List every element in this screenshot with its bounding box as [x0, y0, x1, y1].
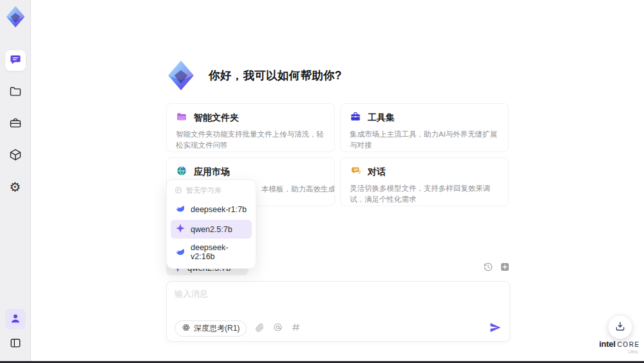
intel-sub-text: Ultra — [598, 349, 641, 354]
mention-button[interactable] — [273, 322, 283, 334]
model-option-label: deepseek-r1:7b — [191, 205, 247, 214]
assistant-logo-icon — [165, 59, 197, 92]
input-toolbar: 深度思考(R1) — [175, 320, 502, 336]
library-icon — [175, 186, 182, 195]
at-circle-icon — [273, 322, 283, 334]
card-title: 工具集 — [368, 112, 395, 124]
send-button[interactable] — [489, 321, 502, 336]
download-fab[interactable] — [608, 315, 632, 339]
download-icon — [614, 320, 626, 334]
model-dropdown: 暂无学习库 deepseek-r1:7b qwen2.5:7b deepseek… — [166, 179, 256, 269]
deep-think-label: 深度思考(R1) — [194, 323, 240, 334]
deep-think-toggle[interactable]: 深度思考(R1) — [175, 320, 247, 337]
deepseek-whale-icon — [175, 203, 185, 215]
card-toolset[interactable]: 工具集 集成市场上主流工具，助力AI与外界无缝扩展与对接 — [340, 103, 509, 152]
model-dropdown-header: 暂无学习库 — [171, 184, 252, 199]
sidebar-item-toolbox[interactable] — [5, 113, 26, 134]
model-option-label: deepseek-v2:16b — [191, 243, 247, 261]
card-smart-folder[interactable]: 智能文件夹 智能文件夹功能支持批量文件上传与清洗，轻松实现文件问答 — [166, 103, 335, 152]
history-icon — [483, 262, 493, 274]
cube-icon — [9, 148, 22, 163]
sidebar: ⚙ — [0, 0, 31, 363]
gear-icon: ⚙ — [10, 181, 21, 193]
history-button[interactable] — [483, 262, 493, 274]
sidebar-nav: ⚙ — [5, 50, 26, 197]
card-description: 灵活切换多模型文件，支持多样回复效果调试，满足个性化需求 — [350, 183, 499, 204]
model-dropdown-header-label: 暂无学习库 — [186, 186, 222, 195]
atom-icon — [182, 323, 191, 334]
deepseek-whale-icon — [175, 246, 185, 259]
globe-teal-icon — [176, 165, 187, 179]
sidebar-item-account[interactable] — [5, 309, 26, 329]
sidebar-item-chat[interactable] — [5, 50, 26, 71]
chat-actions — [483, 262, 510, 274]
folder-icon — [9, 85, 22, 100]
app-logo-icon[interactable] — [4, 5, 27, 28]
card-description: 智能文件夹功能支持批量文件上传与清洗，轻松实现文件问答 — [176, 129, 325, 150]
card-title: 对话 — [368, 166, 386, 178]
card-title: 智能文件夹 — [194, 112, 239, 124]
intel-core-badge: intel core Ultra — [598, 339, 641, 354]
greeting-title: 你好，我可以如何帮助你? — [209, 68, 342, 83]
model-option-deepseek-v2[interactable]: deepseek-v2:16b — [171, 240, 252, 264]
chat-bubble-icon — [9, 54, 22, 68]
card-description: 集成市场上主流工具，助力AI与外界无缝扩展与对接 — [350, 129, 499, 150]
attachment-button[interactable] — [255, 322, 265, 334]
folder-purple-icon — [176, 111, 187, 125]
message-input[interactable] — [175, 288, 502, 317]
new-chat-icon — [500, 262, 510, 274]
sidebar-bottom — [0, 309, 31, 354]
panel-icon — [9, 337, 22, 351]
qwen-star-icon — [175, 223, 185, 235]
card-conversation[interactable]: 对话 灵活切换多模型文件，支持多样回复效果调试，满足个性化需求 — [340, 157, 509, 206]
prompt-grid-button[interactable] — [291, 322, 301, 334]
core-logo-text: core — [617, 341, 639, 348]
sidebar-item-folders[interactable] — [5, 82, 26, 103]
briefcase-icon — [9, 117, 22, 132]
app-window: ⚙ 你好，我可以如何帮助你? — [0, 0, 644, 363]
card-title: 应用市场 — [194, 166, 230, 178]
sidebar-item-models[interactable] — [5, 145, 26, 166]
greeting: 你好，我可以如何帮助你? — [165, 59, 342, 92]
card-description-partial: 本模板，助力高效生成多 — [261, 184, 335, 195]
model-option-qwen[interactable]: qwen2.5:7b — [171, 220, 252, 239]
model-option-deepseek-r1[interactable]: deepseek-r1:7b — [171, 200, 252, 219]
paperclip-icon — [255, 322, 265, 334]
chat-amber-icon — [350, 165, 361, 179]
briefcase-indigo-icon — [350, 111, 361, 125]
intel-logo-text: intel — [599, 339, 615, 349]
new-chat-button[interactable] — [500, 262, 510, 274]
model-option-label: qwen2.5:7b — [191, 225, 232, 234]
sidebar-item-panel-toggle[interactable] — [5, 333, 26, 354]
send-icon — [489, 321, 502, 336]
chat-input-card: 深度思考(R1) — [166, 281, 510, 342]
user-icon — [9, 312, 22, 327]
sidebar-item-settings[interactable]: ⚙ — [5, 177, 26, 197]
hash-grid-icon — [291, 322, 301, 334]
